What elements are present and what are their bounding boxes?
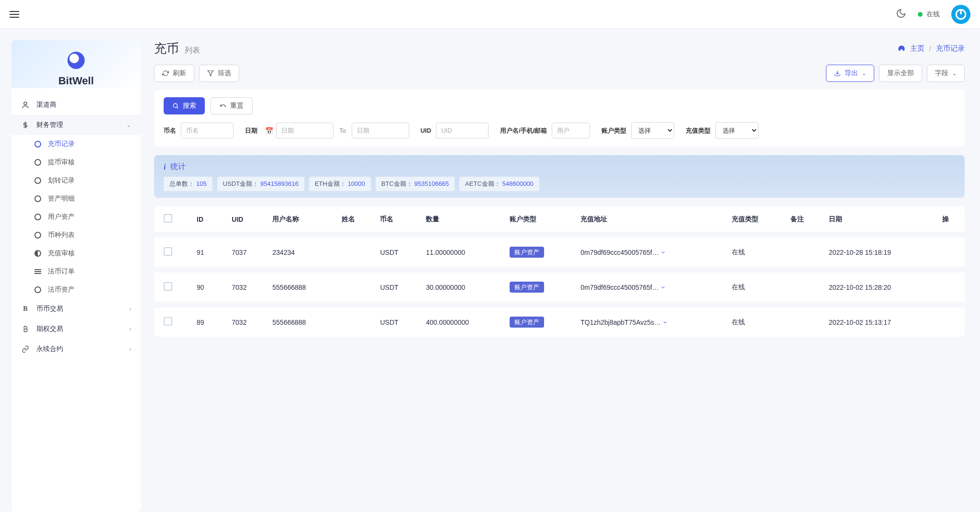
cell-date: 2022-10-02 15:13:17 (823, 305, 936, 337)
fields-button[interactable]: 字段 ⌄ (927, 65, 965, 82)
stat-chip: AETC金额：548600000 (459, 177, 539, 191)
sub-item-label: 法币资产 (48, 285, 75, 294)
dollar-icon (21, 121, 30, 129)
col-acct[interactable]: 账户类型 (504, 206, 575, 235)
cell-addr: 0m79df69ccc45005765f… (580, 284, 658, 291)
col-date[interactable]: 日期 (823, 206, 936, 235)
bitcoin-icon (21, 325, 30, 333)
more-icon[interactable]: › (660, 286, 668, 288)
user-filter-label: 用户名/手机/邮箱 (500, 126, 552, 135)
show-all-button[interactable]: 显示全部 (879, 65, 922, 82)
breadcrumb: 主页 / 充币记录 (898, 44, 965, 53)
stat-chip: ETH金额：10000 (309, 177, 371, 191)
select-all-checkbox[interactable] (164, 214, 172, 223)
col-type[interactable]: 充值类型 (726, 206, 785, 235)
more-icon[interactable]: › (660, 251, 668, 253)
type-select[interactable]: 选择 (715, 122, 758, 139)
sidebar: BitWell 渠道商 财务管理 ⌄ 充币记录提币审核划转记录资产明细用户资产币… (11, 40, 141, 512)
refresh-button[interactable]: 刷新 (154, 65, 194, 82)
sidebar-sub-item[interactable]: 法币资产 (11, 281, 141, 299)
link-icon (21, 345, 30, 353)
col-coin[interactable]: 币名 (374, 206, 420, 235)
col-addr[interactable]: 充值地址 (575, 206, 725, 235)
cell-date: 2022-10-02 15:28:20 (823, 270, 936, 305)
user-input[interactable] (552, 123, 590, 138)
col-id[interactable]: ID↑ (191, 206, 226, 235)
sidebar-sub-item[interactable]: 币种列表 (11, 226, 141, 244)
reset-button[interactable]: 重置 (211, 97, 253, 114)
svg-marker-4 (208, 71, 213, 76)
cell-id: 89 (191, 305, 226, 337)
svg-point-5 (173, 103, 177, 107)
date-to-input[interactable] (352, 123, 409, 138)
calendar-icon: 📅 (265, 127, 273, 135)
info-icon: i (164, 163, 166, 171)
sidebar-sub-item[interactable]: 法币订单 (11, 262, 141, 281)
uid-input[interactable] (436, 123, 489, 138)
sidebar-item-perp[interactable]: 永续合约 ‹ (11, 339, 141, 359)
cell-uname: 234234 (267, 235, 336, 270)
hamburger-menu[interactable] (10, 9, 21, 20)
page-subtitle: 列表 (185, 46, 200, 56)
cell-qty: 30.00000000 (420, 270, 504, 305)
breadcrumb-current: 充币记录 (936, 44, 965, 53)
theme-toggle-icon[interactable] (896, 8, 906, 20)
col-op[interactable]: 操 (936, 206, 965, 235)
table-row: 917037234234USDT11.00000000账户资产0m79df69c… (154, 235, 965, 270)
svg-point-2 (24, 102, 27, 105)
sidebar-item-label: 渠道商 (36, 101, 56, 109)
search-button[interactable]: 搜索 (164, 97, 205, 114)
col-name[interactable]: 姓名 (336, 206, 374, 235)
sidebar-sub-item[interactable]: 充值审核 (11, 244, 141, 262)
avatar[interactable] (951, 5, 970, 24)
sidebar-sub-item[interactable]: 用户资产 (11, 208, 141, 226)
filter-button[interactable]: 筛选 (199, 65, 239, 82)
sub-item-label: 充币记录 (48, 140, 75, 148)
cell-op[interactable] (936, 305, 965, 337)
download-icon (834, 70, 841, 77)
col-remark[interactable]: 备注 (785, 206, 823, 235)
breadcrumb-home[interactable]: 主页 (910, 44, 924, 53)
col-uid[interactable]: UID (226, 206, 267, 235)
cell-id: 90 (191, 270, 226, 305)
sidebar-item-finance[interactable]: 财务管理 ⌄ (11, 115, 141, 135)
date-from-input[interactable] (276, 123, 334, 138)
sidebar-item-channel[interactable]: 渠道商 (11, 95, 141, 115)
chevron-left-icon: ‹ (129, 306, 131, 312)
sidebar-item-spot[interactable]: B 币币交易 ‹ (11, 299, 141, 319)
row-checkbox[interactable] (164, 282, 172, 291)
sidebar-item-options[interactable]: 期权交易 ‹ (11, 319, 141, 339)
row-checkbox[interactable] (164, 247, 172, 256)
cell-date: 2022-10-28 15:18:19 (823, 235, 936, 270)
circle-icon (34, 159, 41, 166)
stats-title: 统计 (170, 162, 186, 172)
row-checkbox[interactable] (164, 317, 172, 326)
export-button[interactable]: 导出 ⌄ (826, 65, 874, 82)
col-uname[interactable]: 用户名称 (267, 206, 336, 235)
circle-icon (34, 214, 41, 220)
coin-input[interactable] (181, 123, 234, 138)
sidebar-sub-item[interactable]: 划转记录 (11, 171, 141, 190)
cell-op[interactable] (936, 270, 965, 305)
sub-item-label: 法币订单 (48, 267, 75, 276)
sidebar-sub-item[interactable]: 资产明细 (11, 190, 141, 208)
table-row: 897032555666888USDT400.00000000账户资产TQ1zh… (154, 305, 965, 337)
col-qty[interactable]: 数量 (420, 206, 504, 235)
sidebar-sub-item[interactable]: 提币审核 (11, 153, 141, 171)
sidebar-item-label: 财务管理 (36, 121, 63, 129)
sidebar-sub-item[interactable]: 充币记录 (11, 135, 141, 153)
cell-name (336, 235, 374, 270)
page-title: 充币 (154, 40, 179, 57)
lines-icon (34, 269, 41, 274)
bold-b-icon: B (21, 305, 30, 313)
status-dot-icon (918, 12, 923, 17)
more-icon[interactable]: › (662, 321, 669, 323)
logo-icon (67, 52, 85, 69)
cell-addr: TQ1zh2bj8apbT75Avz5s… (580, 319, 661, 326)
sort-icon: ↑ (205, 217, 208, 223)
chevron-down-icon: ⌄ (862, 70, 866, 77)
cell-qty: 11.00000000 (420, 235, 504, 270)
acct-select[interactable]: 选择 (631, 122, 674, 139)
type-filter-label: 充值类型 (686, 126, 715, 135)
cell-op[interactable] (936, 235, 965, 270)
